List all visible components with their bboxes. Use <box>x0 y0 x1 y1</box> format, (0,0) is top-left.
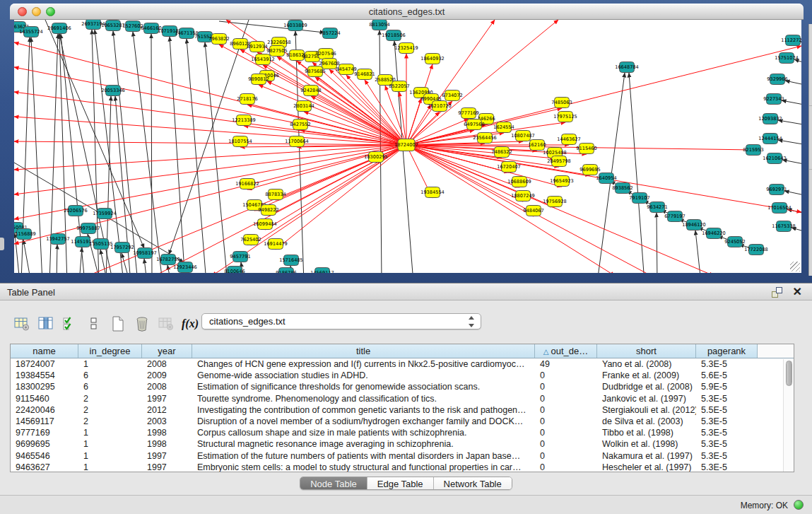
graph-node[interactable]: 16648784 <box>615 62 639 73</box>
graph-node[interactable]: 8207546 <box>315 49 336 59</box>
graph-hub-node[interactable]: 18724007 <box>394 139 418 151</box>
table-vertical-scrollbar[interactable] <box>783 359 794 472</box>
graph-node[interactable]: 12093832 <box>758 114 782 124</box>
graph-node[interactable]: 7919107 <box>629 193 649 204</box>
graph-node[interactable]: 14463627 <box>557 134 581 145</box>
graph-node[interactable]: 17975125 <box>553 112 577 122</box>
graph-edge[interactable] <box>394 41 413 273</box>
graph-node[interactable]: 20691406 <box>47 23 71 34</box>
graph-node[interactable]: 8454749 <box>336 64 356 75</box>
graph-node[interactable]: 19756928 <box>543 197 567 207</box>
column-header-title[interactable]: title <box>192 344 535 358</box>
tab-network-table[interactable]: Network Table <box>434 477 512 489</box>
new-table-icon[interactable] <box>106 313 130 335</box>
show-columns-icon[interactable] <box>34 313 58 335</box>
graph-node[interactable]: 16914479 <box>264 239 288 250</box>
graph-node[interactable]: 9634271 <box>647 202 667 213</box>
column-header-year[interactable]: year <box>142 344 192 358</box>
graph-node[interactable]: 10807487 <box>511 131 535 141</box>
graph-edge[interactable] <box>92 30 99 273</box>
graph-edge[interactable] <box>151 34 152 273</box>
graph-node[interactable]: 6779197 <box>664 211 685 222</box>
graph-node[interactable]: 16033809 <box>283 21 307 31</box>
graph-edge[interactable] <box>311 96 406 145</box>
table-row[interactable]: 1830029562008Estimation of significance … <box>11 381 794 392</box>
graph-node[interactable]: 7486322 <box>491 147 512 158</box>
network-window-titlebar[interactable]: citations_edges.txt <box>10 4 804 20</box>
graph-node[interactable]: 9245052 <box>724 237 745 247</box>
graph-node[interactable]: 9827505 <box>266 46 287 57</box>
delete-table-icon[interactable] <box>130 313 154 335</box>
graph-edge[interactable] <box>170 37 185 273</box>
graph-node[interactable]: 20053346 <box>101 86 125 96</box>
graph-node[interactable]: 6497568 <box>464 119 484 130</box>
graph-edge[interactable] <box>144 259 147 273</box>
graph-edge[interactable] <box>782 100 801 106</box>
table-row[interactable]: 946554611997Estimation of the future num… <box>11 450 794 462</box>
table-row[interactable]: 2242004622012Investigating the contribut… <box>11 404 794 416</box>
graph-node[interactable]: 12923446 <box>173 262 197 273</box>
graph-node[interactable]: 6734072 <box>442 90 462 101</box>
table-row[interactable]: 1938455462009Genome-wide association stu… <box>11 370 794 381</box>
graph-edge[interactable] <box>657 213 657 273</box>
graph-node[interactable]: 1527602 <box>122 21 143 32</box>
table-selector-combobox[interactable]: citations_edges.txt <box>201 313 481 329</box>
citation-network-graph[interactable]: 9463627143557242069140626937194106532871… <box>14 20 801 273</box>
graph-node[interactable]: 9457791 <box>230 252 250 262</box>
graph-node[interactable]: 1624554 <box>493 122 514 133</box>
tab-node-table[interactable]: Node Table <box>300 477 367 489</box>
memory-status-led-icon[interactable] <box>794 500 804 510</box>
graph-node[interactable]: 7963822 <box>208 34 229 45</box>
graph-node[interactable]: 11122728 <box>781 35 801 46</box>
graph-node[interactable]: 8912934 <box>247 42 267 52</box>
graph-node[interactable]: 8813054 <box>369 20 389 30</box>
column-header-in_degree[interactable]: in_degree <box>78 344 142 358</box>
close-panel-icon[interactable]: ✕ <box>793 286 802 298</box>
graph-node[interactable]: 16210643 <box>763 153 787 164</box>
graph-node[interactable]: 8215953 <box>743 145 763 156</box>
graph-node[interactable]: 9115460 <box>576 144 596 154</box>
graph-node[interactable]: 1640954 <box>596 173 616 184</box>
graph-edge[interactable] <box>79 247 82 273</box>
graph-node[interactable]: 8878334 <box>265 189 286 200</box>
graph-node[interactable]: 16099484 <box>253 219 277 230</box>
graph-node[interactable]: 7485063 <box>551 98 572 108</box>
graph-node[interactable]: 15751074 <box>775 53 799 64</box>
graph-node[interactable]: 19384554 <box>420 187 445 198</box>
graph-node[interactable]: 7857224 <box>319 28 340 39</box>
table-row[interactable]: 969969511998Structural magnetic resonanc… <box>11 438 794 450</box>
graph-node[interactable]: 7625402 <box>240 235 261 245</box>
graph-node[interactable]: 9692971 <box>766 185 787 195</box>
graph-node[interactable]: 9890812 <box>248 74 269 85</box>
graph-node[interactable]: 12444154 <box>758 134 782 144</box>
graph-edge[interactable] <box>133 32 163 273</box>
graph-node[interactable]: 10958197 <box>133 248 157 259</box>
column-header-out_de[interactable]: △out_de… <box>535 344 597 358</box>
graph-edge[interactable] <box>14 42 406 145</box>
graph-node[interactable]: 19218506 <box>382 30 406 41</box>
column-header-short[interactable]: short <box>597 344 696 358</box>
graph-node[interactable]: 9242848 <box>300 86 321 96</box>
graph-edge[interactable] <box>247 145 406 189</box>
network-view-canvas[interactable]: 9463627143557242069140626937194106532871… <box>14 20 801 273</box>
import-table-icon[interactable] <box>154 313 178 335</box>
graph-node[interactable]: 18946120 <box>682 220 706 230</box>
function-builder-icon[interactable]: f(x) <box>178 313 202 335</box>
window-resize-grip[interactable] <box>790 262 800 271</box>
graph-node[interactable]: 12325419 <box>394 43 418 54</box>
graph-node[interactable]: 9498222 <box>258 205 278 216</box>
table-row[interactable]: 1872400712008Changes of HCN gene express… <box>11 358 794 370</box>
graph-edge[interactable] <box>406 145 562 187</box>
row-height-icon[interactable] <box>82 313 106 335</box>
graph-edge[interactable] <box>57 245 57 273</box>
graph-node[interactable]: 16946220 <box>702 228 726 239</box>
graph-node[interactable]: 15716485 <box>279 255 303 266</box>
graph-node[interactable]: 18807249 <box>511 191 535 201</box>
graph-node[interactable]: 2803144 <box>293 101 314 112</box>
graph-node[interactable]: 11156889 <box>14 229 36 240</box>
graph-node[interactable]: 10688609 <box>507 177 531 187</box>
graph-node[interactable]: 17016504 <box>767 203 792 214</box>
graph-node[interactable]: 9329966 <box>767 74 787 85</box>
graph-edge[interactable] <box>14 141 406 145</box>
graph-edge[interactable] <box>406 141 523 145</box>
